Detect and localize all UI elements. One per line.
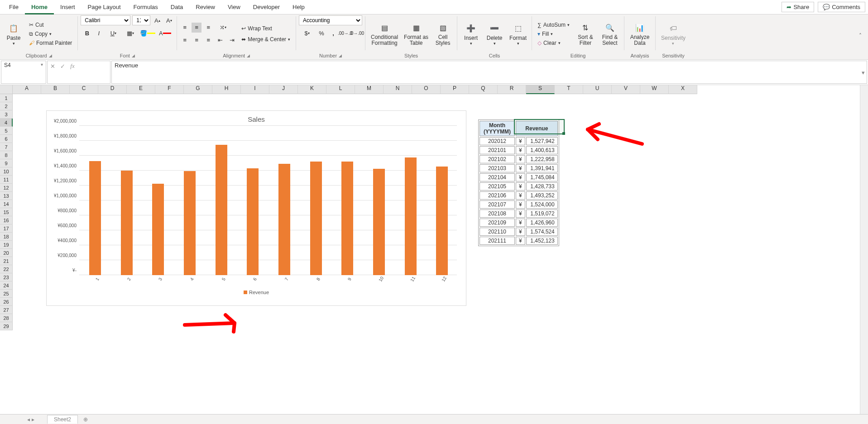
row-header[interactable]: 21 bbox=[0, 257, 13, 265]
dialog-launcher-icon[interactable]: ◢ bbox=[49, 53, 52, 58]
row-header[interactable]: 15 bbox=[0, 208, 13, 216]
row-header[interactable]: 25 bbox=[0, 290, 13, 298]
formula-bar[interactable]: Revenue ▾ bbox=[111, 61, 867, 84]
collapse-ribbon-icon[interactable]: ˄ bbox=[859, 33, 865, 39]
copy-button[interactable]: ⧉Copy▾ bbox=[26, 30, 75, 38]
table-row[interactable]: 202110¥1,574,524 bbox=[480, 228, 558, 236]
tab-developer[interactable]: Developer bbox=[247, 0, 286, 14]
cell-month[interactable]: 202106 bbox=[480, 191, 515, 200]
align-center-icon[interactable]: ≡ bbox=[192, 35, 201, 45]
comments-button[interactable]: 💬Comments bbox=[818, 2, 865, 12]
expand-formula-bar-icon[interactable]: ▾ bbox=[862, 69, 865, 76]
tab-formulas[interactable]: Formulas bbox=[127, 0, 164, 14]
column-header[interactable]: G bbox=[184, 85, 212, 94]
select-all-corner[interactable] bbox=[0, 85, 13, 94]
sheet-nav-next-icon[interactable]: ▸ bbox=[32, 416, 34, 423]
row-header[interactable]: 24 bbox=[0, 281, 13, 290]
cell-currency[interactable]: ¥ bbox=[516, 182, 525, 191]
chart-bar[interactable] bbox=[341, 162, 353, 275]
font-name-combo[interactable]: Calibri bbox=[81, 15, 130, 25]
increase-font-icon[interactable]: A▴ bbox=[152, 15, 162, 25]
row-header[interactable]: 16 bbox=[0, 216, 13, 224]
cell-currency[interactable]: ¥ bbox=[516, 210, 525, 218]
name-box[interactable]: S4▾ bbox=[1, 61, 46, 84]
cell-value[interactable]: 1,400,613 bbox=[526, 146, 558, 154]
decrease-decimal-icon[interactable]: .0→.00 bbox=[352, 28, 362, 38]
chart-bar[interactable] bbox=[278, 164, 290, 275]
row-header[interactable]: 19 bbox=[0, 241, 13, 249]
column-header[interactable]: E bbox=[127, 85, 155, 94]
insert-function-icon[interactable]: fx bbox=[67, 61, 77, 71]
row-header[interactable]: 17 bbox=[0, 224, 13, 233]
cell-month[interactable]: 202109 bbox=[480, 219, 515, 227]
row-header[interactable]: 11 bbox=[0, 176, 13, 184]
paste-button[interactable]: 📋 Paste ▾ bbox=[3, 22, 24, 46]
row-header[interactable]: 7 bbox=[0, 143, 13, 151]
merge-center-button[interactable]: ⬌Merge & Center▾ bbox=[239, 35, 293, 43]
column-header[interactable]: N bbox=[384, 85, 412, 94]
insert-cells-button[interactable]: ➕Insert▾ bbox=[460, 22, 482, 46]
cell-styles-button[interactable]: ▧Cell Styles bbox=[432, 22, 454, 46]
cell-currency[interactable]: ¥ bbox=[516, 228, 525, 236]
column-header[interactable]: B bbox=[41, 85, 70, 94]
row-header[interactable]: 14 bbox=[0, 200, 13, 208]
dialog-launcher-icon[interactable]: ◢ bbox=[339, 53, 342, 58]
vertical-scrollbar[interactable] bbox=[860, 85, 868, 414]
cell-value[interactable]: 1,426,960 bbox=[526, 219, 558, 227]
orientation-button[interactable]: ⤭ ▾ bbox=[215, 23, 230, 33]
cell-currency[interactable]: ¥ bbox=[516, 155, 525, 163]
tab-home[interactable]: Home bbox=[25, 0, 54, 14]
fill-color-button[interactable]: 🪣 bbox=[140, 28, 155, 38]
share-button[interactable]: ➦Share bbox=[782, 2, 814, 12]
tab-insert[interactable]: Insert bbox=[54, 0, 82, 14]
align-bottom-icon[interactable]: ≡ bbox=[203, 23, 213, 33]
table-row[interactable]: 202108¥1,519,072 bbox=[480, 210, 558, 218]
find-select-button[interactable]: 🔍Find & Select bbox=[599, 22, 621, 46]
enter-formula-icon[interactable]: ✓ bbox=[58, 61, 67, 71]
row-header[interactable]: 20 bbox=[0, 249, 13, 257]
revenue-table[interactable]: Month (YYYYMM)Revenue202012¥1,527,942202… bbox=[478, 119, 559, 246]
column-header[interactable]: U bbox=[583, 85, 612, 94]
cell-currency[interactable]: ¥ bbox=[516, 200, 525, 209]
table-row[interactable]: 202102¥1,222,958 bbox=[480, 155, 558, 163]
format-painter-button[interactable]: 🖌Format Painter bbox=[26, 39, 75, 47]
row-header[interactable]: 9 bbox=[0, 159, 13, 167]
cell-value[interactable]: 1,527,942 bbox=[526, 137, 558, 145]
column-header[interactable]: S bbox=[526, 85, 555, 94]
row-header[interactable]: 12 bbox=[0, 184, 13, 192]
row-header[interactable]: 27 bbox=[0, 306, 13, 314]
delete-cells-button[interactable]: ➖Delete▾ bbox=[484, 22, 505, 46]
align-middle-icon[interactable]: ≡ bbox=[192, 23, 201, 33]
dialog-launcher-icon[interactable]: ◢ bbox=[132, 53, 135, 58]
comma-button[interactable]: , bbox=[328, 28, 338, 38]
align-top-icon[interactable]: ≡ bbox=[180, 23, 190, 33]
chart-bar[interactable] bbox=[184, 171, 196, 275]
embedded-chart[interactable]: Sales ¥-¥200,000¥400,000¥600,000¥800,000… bbox=[46, 110, 466, 306]
underline-button[interactable]: U ▾ bbox=[106, 28, 121, 38]
cell-value[interactable]: 1,428,733 bbox=[526, 182, 558, 191]
row-header[interactable]: 5 bbox=[0, 127, 13, 135]
cell-currency[interactable]: ¥ bbox=[516, 164, 525, 172]
format-cells-button[interactable]: ⬚Format▾ bbox=[507, 22, 529, 46]
row-header[interactable]: 2 bbox=[0, 102, 13, 110]
cell-value[interactable]: 1,222,958 bbox=[526, 155, 558, 163]
cell-month[interactable]: 202103 bbox=[480, 164, 515, 172]
table-row[interactable]: 202104¥1,745,084 bbox=[480, 173, 558, 181]
row-header[interactable]: 6 bbox=[0, 135, 13, 143]
cell-value[interactable]: 1,452,123 bbox=[526, 237, 558, 245]
chart-bar[interactable] bbox=[216, 145, 227, 275]
cell-month[interactable]: 202111 bbox=[480, 237, 515, 245]
borders-button[interactable]: ▦ ▾ bbox=[123, 28, 138, 38]
row-header[interactable]: 29 bbox=[0, 322, 13, 330]
table-row[interactable]: 202103¥1,391,941 bbox=[480, 164, 558, 172]
cell-currency[interactable]: ¥ bbox=[516, 219, 525, 227]
chart-bar[interactable] bbox=[405, 157, 417, 275]
cell-value[interactable]: 1,519,072 bbox=[526, 210, 558, 218]
table-row[interactable]: 202106¥1,493,252 bbox=[480, 191, 558, 200]
cell-value[interactable]: 1,745,084 bbox=[526, 173, 558, 181]
chart-bar[interactable] bbox=[89, 161, 101, 275]
column-header[interactable]: V bbox=[612, 85, 640, 94]
cell-month[interactable]: 202108 bbox=[480, 210, 515, 218]
cell-value[interactable]: 1,524,000 bbox=[526, 200, 558, 209]
dialog-launcher-icon[interactable]: ◢ bbox=[247, 53, 250, 58]
